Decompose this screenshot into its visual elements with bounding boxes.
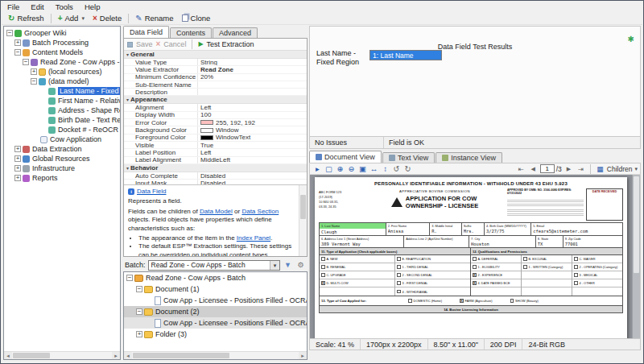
help-title-link[interactable]: Data Field (137, 188, 166, 195)
add-button[interactable]: + Add ▾ (54, 13, 89, 23)
property-row[interactable]: Label Position Left (124, 149, 307, 156)
vertical-scrollbar[interactable] (299, 185, 307, 256)
document-viewer-canvas[interactable]: PERSONALLY IDENTIFIABLE INFORMATION - WI… (309, 175, 641, 339)
tree-item-birth-date-field[interactable]: Birth Date - Text Region (4, 115, 120, 125)
property-row[interactable]: Description (124, 89, 307, 96)
chevron-down-icon[interactable]: ▾ (270, 261, 279, 270)
expand-icon[interactable]: + (14, 155, 21, 162)
page-number-input[interactable]: 1 (540, 164, 555, 173)
menu-help[interactable]: Help (79, 2, 106, 12)
collapse-icon[interactable]: − (31, 78, 37, 85)
vertical-scrollbar[interactable] (632, 175, 640, 338)
expand-icon[interactable]: + (14, 165, 21, 172)
batch-item-document-1[interactable]: − Document (1) (124, 283, 307, 295)
horizontal-scrollbar[interactable]: ◂ ▸ (4, 351, 120, 359)
tree-item-grooper-wiki[interactable]: − Grooper Wiki (4, 28, 120, 38)
zoom-out-icon[interactable]: ⊖ (346, 164, 357, 174)
refresh-button[interactable]: ↻ Refresh (4, 13, 48, 23)
tree-item-last-name-field[interactable]: Last Name - Fixed Region (4, 86, 120, 96)
property-row[interactable]: Sub-Element Name (124, 81, 307, 89)
tab-document-view[interactable]: Document View (309, 151, 382, 163)
collapse-icon[interactable]: − (136, 286, 142, 292)
batch-item-folder-3[interactable]: + Folder (3) (124, 329, 307, 340)
property-row[interactable]: Background Color Window (124, 126, 307, 134)
property-row[interactable]: Error Color 255, 192, 192 (124, 119, 307, 126)
expand-icon[interactable]: + (136, 331, 142, 337)
fit-height-icon[interactable]: ↕ (380, 164, 390, 174)
scroll-left-icon[interactable]: ◂ (124, 352, 132, 359)
collapse-icon[interactable]: − (6, 30, 13, 36)
next-page-icon[interactable]: ▶ (564, 164, 574, 174)
property-row[interactable]: Visible True (124, 142, 307, 149)
index-panel-link[interactable]: Index Panel (237, 234, 270, 242)
pointer-icon[interactable]: ▸ (312, 164, 323, 174)
rotate-left-icon[interactable]: ↺ (391, 164, 402, 174)
rename-button[interactable]: ✎ Rename (131, 13, 177, 23)
property-row[interactable]: Foreground Color WindowText (124, 134, 307, 142)
property-row[interactable]: Value Type String (124, 59, 307, 66)
collapse-icon[interactable]: − (126, 275, 133, 281)
tab-instance-view[interactable]: Instance View (436, 152, 502, 163)
tab-text-view[interactable]: Text View (382, 152, 435, 163)
children-dropdown[interactable]: Children (607, 165, 633, 173)
tree-item-batch-processing[interactable]: + Batch Processing (4, 38, 120, 48)
property-row[interactable]: Value Extractor Read Zone (124, 66, 307, 73)
expand-icon[interactable]: + (14, 39, 21, 46)
expand-icon[interactable]: + (31, 68, 37, 75)
menu-edit[interactable]: Edit (25, 2, 49, 12)
test-extraction-button[interactable]: Test Extraction (207, 40, 254, 48)
tree-item-data-model[interactable]: − (data model) (4, 77, 120, 86)
data-model-link[interactable]: Data Model (200, 208, 233, 215)
tree-item-local-resources[interactable]: + (local resources) (4, 67, 120, 77)
horizontal-scrollbar[interactable]: ◂ ▸ (124, 351, 307, 359)
tree-item-docket-field[interactable]: Docket # - ReOCR Zone (4, 125, 120, 134)
tree-item-infrastructure[interactable]: + Infrastructure (4, 163, 120, 173)
zoom-in-icon[interactable]: ⊕ (335, 164, 345, 174)
expand-icon[interactable]: + (14, 146, 21, 152)
field-value-box[interactable]: 1: Last Name (369, 50, 442, 60)
tree-item-cow-application[interactable]: Cow Application (4, 134, 120, 144)
property-row[interactable]: Display Width 100 (124, 112, 307, 119)
property-row[interactable]: Label Alignment MiddleLeft (124, 157, 307, 164)
category-behavior[interactable]: ▾ Behavior (124, 164, 307, 172)
cancel-button[interactable]: Cancel (163, 40, 186, 48)
filter-icon[interactable]: ▼ (283, 260, 293, 271)
property-row[interactable]: Input Mask Disabled (124, 180, 307, 185)
collapse-icon[interactable]: − (136, 308, 142, 315)
scrollbar-thumb[interactable] (300, 195, 306, 219)
tree-item-address-field[interactable]: Address - Shape Region (4, 105, 120, 115)
menu-file[interactable]: File (2, 2, 25, 12)
expand-icon[interactable]: + (14, 175, 21, 181)
save-button[interactable]: Save (136, 40, 153, 48)
settings-icon[interactable]: ⚙ (295, 260, 306, 271)
tree-item-reports[interactable]: + Reports (4, 173, 120, 183)
marquee-zoom-icon[interactable]: ▢ (324, 164, 334, 174)
tree-item-first-name-field[interactable]: First Name - Relative Region (4, 96, 120, 105)
batch-root-item[interactable]: − Read Zone - Cow Apps - Batch (124, 272, 307, 283)
last-page-icon[interactable]: ⇥ (576, 164, 586, 174)
batch-item-document-1-file[interactable]: Cow App - Licensee - Positions Filled - … (124, 295, 307, 306)
tab-data-field[interactable]: Data Field (123, 26, 169, 38)
tree-item-data-extraction[interactable]: + Data Extraction (4, 144, 120, 154)
collapse-icon[interactable]: − (14, 49, 21, 56)
first-page-icon[interactable]: ⇤ (516, 164, 526, 174)
children-grid-icon[interactable]: ▦ (595, 164, 605, 174)
scroll-left-icon[interactable]: ◂ (4, 352, 12, 359)
tab-contents[interactable]: Contents (170, 27, 212, 38)
property-row[interactable]: Auto Complete Disabled (124, 172, 307, 180)
batch-item-document-2[interactable]: − Document (2) (124, 306, 307, 317)
fit-width-icon[interactable]: ↔ (369, 164, 379, 174)
fit-page-icon[interactable]: ▣ (357, 164, 368, 174)
property-row[interactable]: Alignment Left (124, 104, 307, 111)
scrollbar-thumb[interactable] (13, 353, 50, 358)
category-appearance[interactable]: ▾ Appearance (124, 96, 307, 104)
rotate-right-icon[interactable]: ↻ (402, 164, 413, 174)
delete-button[interactable]: × Delete (89, 13, 126, 23)
scroll-right-icon[interactable]: ▸ (112, 352, 120, 359)
clone-button[interactable]: Clone (178, 13, 215, 23)
scrollbar-thumb[interactable] (634, 176, 639, 273)
category-general[interactable]: ▾ General (124, 51, 307, 59)
tree-item-content-models[interactable]: − Content Models (4, 48, 120, 57)
batch-combo[interactable]: Read Zone - Cow Apps - Batch ▾ (148, 260, 280, 271)
tree-item-read-zone-content-model[interactable]: − Read Zone - Cow Apps - Content Mo (4, 57, 120, 67)
